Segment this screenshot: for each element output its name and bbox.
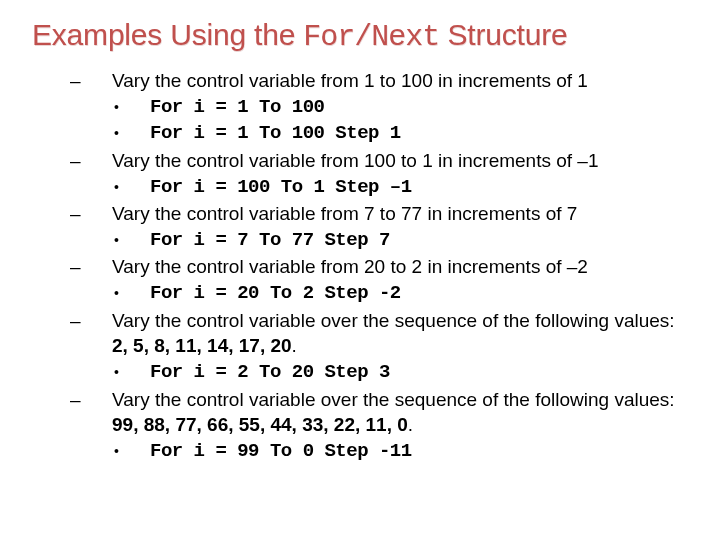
code-text: For i = 1 To 100 Step 1 [150, 121, 702, 147]
item-text-post: . [408, 414, 413, 435]
disc-icon: • [114, 443, 119, 459]
code-text: For i = 100 To 1 Step –1 [150, 175, 702, 201]
disc-icon: • [114, 125, 119, 141]
code-line: • For i = 7 To 77 Step 7 [68, 228, 702, 254]
disc-icon: • [114, 99, 119, 115]
disc-icon: • [114, 232, 119, 248]
code-line: • For i = 100 To 1 Step –1 [68, 175, 702, 201]
item-text-pre: Vary the control variable over the seque… [112, 389, 675, 410]
slide-title: Examples Using the For/Next Structure [32, 18, 702, 54]
code-line: • For i = 20 To 2 Step -2 [68, 281, 702, 307]
list-item: – Vary the control variable over the seq… [68, 387, 702, 438]
code-line: • For i = 1 To 100 Step 1 [68, 121, 702, 147]
disc-icon: • [114, 285, 119, 301]
item-text: Vary the control variable from 20 to 2 i… [112, 254, 702, 280]
title-code: For/Next [303, 20, 439, 54]
disc-icon: • [114, 179, 119, 195]
item-text: Vary the control variable over the seque… [112, 308, 702, 359]
item-text-post: . [292, 335, 297, 356]
content-area: – Vary the control variable from 1 to 10… [32, 68, 702, 465]
list-item: – Vary the control variable over the seq… [68, 308, 702, 359]
code-line: • For i = 99 To 0 Step -11 [68, 439, 702, 465]
list-item: – Vary the control variable from 20 to 2… [68, 254, 702, 280]
code-line: • For i = 1 To 100 [68, 95, 702, 121]
item-text: Vary the control variable over the seque… [112, 387, 702, 438]
code-text: For i = 2 To 20 Step 3 [150, 360, 702, 386]
dash-icon: – [70, 389, 81, 410]
code-text: For i = 1 To 100 [150, 95, 702, 121]
list-item: – Vary the control variable from 100 to … [68, 148, 702, 174]
dash-icon: – [70, 256, 81, 277]
item-text: Vary the control variable from 7 to 77 i… [112, 201, 702, 227]
dash-icon: – [70, 150, 81, 171]
title-suffix: Structure [439, 18, 567, 51]
list-item: – Vary the control variable from 7 to 77… [68, 201, 702, 227]
disc-icon: • [114, 364, 119, 380]
item-text-seq: 99, 88, 77, 66, 55, 44, 33, 22, 11, 0 [112, 414, 408, 435]
item-text: Vary the control variable from 1 to 100 … [112, 68, 702, 94]
code-line: • For i = 2 To 20 Step 3 [68, 360, 702, 386]
item-text-seq: 2, 5, 8, 11, 14, 17, 20 [112, 335, 292, 356]
code-text: For i = 20 To 2 Step -2 [150, 281, 702, 307]
code-text: For i = 99 To 0 Step -11 [150, 439, 702, 465]
dash-icon: – [70, 203, 81, 224]
list-item: – Vary the control variable from 1 to 10… [68, 68, 702, 94]
dash-icon: – [70, 70, 81, 91]
title-prefix: Examples Using the [32, 18, 303, 51]
item-text: Vary the control variable from 100 to 1 … [112, 148, 702, 174]
code-text: For i = 7 To 77 Step 7 [150, 228, 702, 254]
dash-icon: – [70, 310, 81, 331]
item-text-pre: Vary the control variable over the seque… [112, 310, 675, 331]
